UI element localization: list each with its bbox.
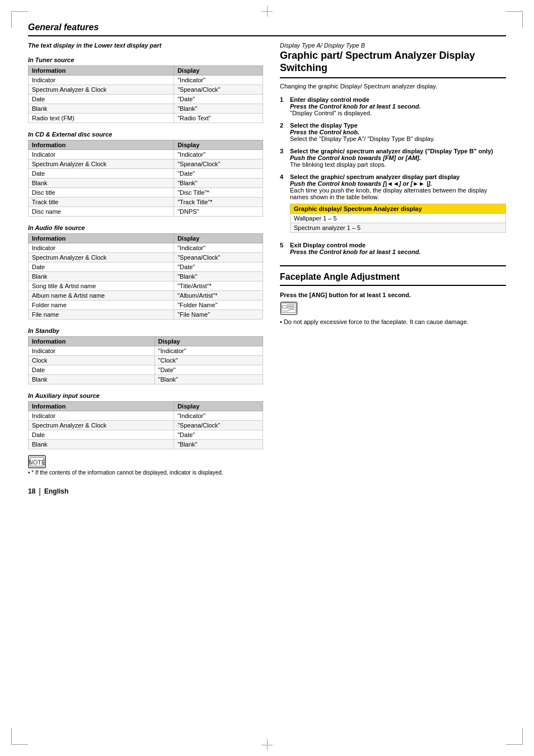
step-content-5: Exit Display control mode Press the Cont… [290,242,506,255]
crosshair-top [261,6,273,17]
table-row: Song title & Artist name"Title/Artist"* [29,281,263,291]
section-title: General features [28,22,506,36]
two-column-layout: The text display in the Lower text displ… [28,42,506,496]
faceplate-text: Press the [ANG] button for at least 1 se… [280,292,506,298]
note-text: • * If the contents of the information c… [28,469,263,476]
table-row: Indicator"Indicator" [29,243,263,253]
caution-icon: NOTE [28,455,46,468]
standby-col-display: Display [154,337,263,346]
step-subtitle-1: Press the Control knob for at least 1 se… [290,103,421,110]
step-2: 2 Select the display Type Press the Cont… [280,122,506,142]
step-subtitle-4: Push the Control knob towards [|◄◄] or [… [290,180,432,187]
svg-rect-7 [287,307,294,309]
step-content-1: Enter display control mode Press the Con… [290,96,506,116]
right-column: Display Type A/ Display Type B Graphic p… [280,42,506,496]
step-title-2: Select the display Type [290,122,358,129]
svg-rect-5 [283,306,287,308]
display-type-header: Graphic display/ Spectrum Analyzer displ… [291,204,506,214]
table-row: Date"Date" [29,430,263,440]
step-title-1: Enter display control mode [290,96,369,103]
table-row: Indicator"Indicator" [29,346,263,356]
step-num-3: 3 [280,148,288,168]
step-num-1: 1 [280,96,288,116]
language-label: English [44,487,68,495]
standby-col-info: Information [29,337,155,346]
step-title-4: Select the graphic/ spectrum analyzer di… [290,173,460,180]
intro-text: Changing the graphic Display/ Spectrum a… [280,83,506,90]
step-text-4: Each time you push the knob, the display… [290,187,487,200]
step-content-4: Select the graphic/ spectrum analyzer di… [290,173,506,236]
step-title-3: Select the graphic/ spectrum analyzer di… [290,148,493,154]
step-text-3: The blinking text display part stops. [290,161,386,168]
step-text-1: "Display Control" is displayed. [290,110,372,116]
step-subtitle-3: Push the Control knob towards [FM] or [A… [290,154,421,161]
aux-title: In Auxiliary input source [28,392,263,399]
table-row: Blank"Blank" [29,272,263,281]
standby-title: In Standby [28,327,263,334]
table-row: Date"Date" [29,169,263,179]
corner-mark-tl [11,11,28,28]
cd-title: In CD & External disc source [28,131,263,138]
step-content-3: Select the graphic/ spectrum analyzer di… [290,148,506,168]
table-row: Folder name"Folder Name" [29,300,263,310]
table-row: Indicator"Indicator" [29,150,263,159]
table-row: Blank"Blank" [29,179,263,188]
table-row: Wallpaper 1 – 5 [291,214,506,223]
table-row: Blank"Blank" [29,104,263,114]
aux-table: Information Display Indicator"Indicator"… [28,401,263,449]
table-row: Radio text (FM)"Radio Text" [29,114,263,123]
audio-col-display: Display [174,234,263,243]
tuner-title: In Tuner source [28,57,263,63]
faceplate-note: • Do not apply excessive force to the fa… [280,318,506,325]
note-box: NOTE • * If the contents of the informat… [28,455,263,476]
table-row: Disc title"Disc Title"* [29,188,263,198]
display-type-table: Graphic display/ Spectrum Analyzer displ… [290,204,506,233]
tuner-table: Information Display Indicator"Indicator"… [28,65,263,123]
table-row: Indicator"Indicator" [29,76,263,85]
table-row: Spectrum Analyzer & Clock"Speana/Clock" [29,253,263,262]
step-5: 5 Exit Display control mode Press the Co… [280,242,506,255]
table-row: Spectrum Analyzer & Clock"Speana/Clock" [29,159,263,169]
step-num-5: 5 [280,242,288,255]
audio-title: In Audio file source [28,224,263,231]
tuner-col-info: Information [29,66,174,76]
page-footer: 18 | English [28,487,263,496]
aux-col-display: Display [174,402,263,411]
step-text-2: Select the "Display Type A"/ "Display Ty… [290,135,435,142]
step-1: 1 Enter display control mode Press the C… [280,96,506,116]
step-content-2: Select the display Type Press the Contro… [290,122,506,142]
corner-mark-tr [506,11,523,28]
svg-text:NOTE: NOTE [29,459,46,466]
table-row: Indicator"Indicator" [29,411,263,421]
table-row: Spectrum Analyzer & Clock"Speana/Clock" [29,85,263,95]
tuner-col-display: Display [174,66,263,76]
intro-title: The text display in the Lower text displ… [28,42,263,49]
left-column: The text display in the Lower text displ… [28,42,263,496]
footer-separator: | [39,487,41,496]
table-row: Disc name"DNPS" [29,207,263,217]
table-row: Date"Date" [29,365,263,375]
step-3: 3 Select the graphic/ spectrum analyzer … [280,148,506,168]
audio-table: Information Display Indicator"Indicator"… [28,233,263,320]
audio-col-info: Information [29,234,174,243]
faceplate-caution-icon [280,302,298,315]
table-row: File name"File Name" [29,310,263,320]
cd-col-info: Information [29,140,174,150]
corner-mark-bl [11,728,28,745]
step-num-2: 2 [280,122,288,142]
table-row: Spectrum analyzer 1 – 5 [291,223,506,233]
table-row: Blank"Blank" [29,375,263,384]
table-row: Date"Date" [29,262,263,272]
page: General features The text display in the… [0,0,534,756]
cd-table: Information Display Indicator"Indicator"… [28,140,263,217]
standby-table: Information Display Indicator"Indicator"… [28,336,263,384]
right-subtitle: Display Type A/ Display Type B [280,42,506,49]
corner-mark-br [506,728,523,745]
step-num-4: 4 [280,173,288,236]
step-4: 4 Select the graphic/ spectrum analyzer … [280,173,506,236]
table-row: Track title"Track Title"* [29,198,263,207]
step-title-5: Exit Display control mode [290,242,366,248]
crosshair-bottom [261,739,273,750]
table-row: Clock"Clock" [29,356,263,365]
table-row: Date"Date" [29,95,263,104]
